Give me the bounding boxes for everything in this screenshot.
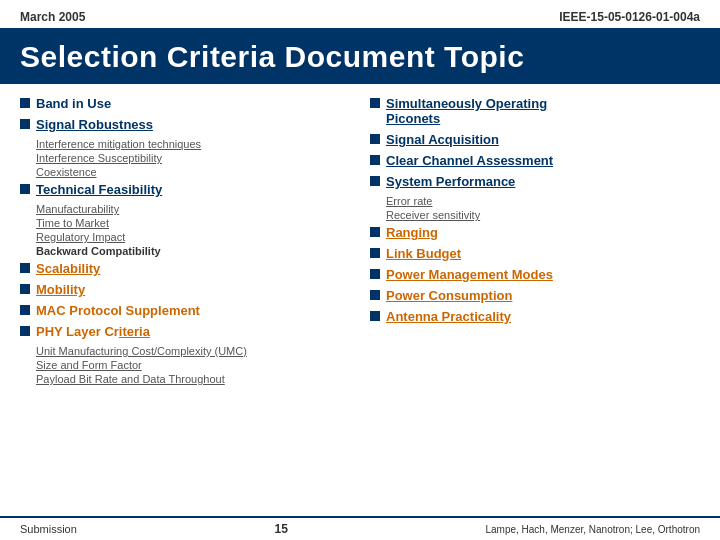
- footer-submission: Submission: [20, 523, 77, 535]
- item-label: Ranging: [386, 225, 438, 240]
- title-section: Selection Criteria Document Topic: [0, 30, 720, 84]
- list-item: Clear Channel Assessment: [370, 153, 700, 168]
- bullet-icon: [20, 284, 30, 294]
- antenna-practicality-label: Antenna Practicality: [386, 309, 511, 324]
- bullet-icon: [20, 326, 30, 336]
- sub-item: Interference mitigation techniques: [36, 138, 350, 150]
- bullet-icon: [20, 305, 30, 315]
- sub-item: Manufacturability: [36, 203, 350, 215]
- sub-item: Error rate: [386, 195, 700, 207]
- list-item: Simultaneously OperatingPiconets: [370, 96, 700, 126]
- bullet-icon: [370, 176, 380, 186]
- bullet-icon: [370, 98, 380, 108]
- list-item: Power Consumption: [370, 288, 700, 303]
- receiver-sensitivity-label: Receiver sensitivity: [386, 209, 700, 221]
- list-item: Band in Use: [20, 96, 350, 111]
- list-item: Antenna Practicality: [370, 309, 700, 324]
- list-item: Link Budget: [370, 246, 700, 261]
- item-label: Band in Use: [36, 96, 111, 111]
- bullet-icon: [20, 263, 30, 273]
- footer: Submission 15 Lampe, Hach, Menzer, Nanot…: [0, 516, 720, 540]
- item-label: Signal Acquisition: [386, 132, 499, 147]
- bullet-icon: [370, 248, 380, 258]
- bullet-icon: [370, 269, 380, 279]
- sub-item-bold: Backward Compatibility: [36, 245, 350, 257]
- footer-page-number: 15: [274, 522, 287, 536]
- sub-item: Time to Market: [36, 217, 350, 229]
- header-doc-id: IEEE-15-05-0126-01-004a: [559, 10, 700, 24]
- sub-item: Interference Susceptibility: [36, 152, 350, 164]
- bullet-icon: [20, 184, 30, 194]
- item-label: Link Budget: [386, 246, 461, 261]
- bullet-icon: [370, 134, 380, 144]
- sub-item: Coexistence: [36, 166, 350, 178]
- header: March 2005 IEEE-15-05-0126-01-004a: [0, 0, 720, 30]
- item-label: Scalability: [36, 261, 100, 276]
- item-label: Signal Robustness: [36, 117, 153, 132]
- sub-item: Regulatory Impact: [36, 231, 350, 243]
- list-item: Power Management Modes: [370, 267, 700, 282]
- content-area: Band in Use Signal Robustness Interferen…: [0, 96, 720, 387]
- list-item: PHY Layer Criteria: [20, 324, 350, 339]
- list-item: Technical Feasibility: [20, 182, 350, 197]
- list-item: Signal Acquisition: [370, 132, 700, 147]
- page-title: Selection Criteria Document Topic: [20, 40, 524, 73]
- left-column: Band in Use Signal Robustness Interferen…: [20, 96, 350, 387]
- item-label: PHY Layer Criteria: [36, 324, 150, 339]
- bullet-icon: [20, 119, 30, 129]
- item-label: Mobility: [36, 282, 85, 297]
- right-column: Simultaneously OperatingPiconets Signal …: [370, 96, 700, 387]
- bullet-icon: [370, 155, 380, 165]
- item-label: Power Consumption: [386, 288, 512, 303]
- item-label: Power Management Modes: [386, 267, 553, 282]
- sub-item: Payload Bit Rate and Data Throughout: [36, 373, 350, 385]
- sub-item: Size and Form Factor: [36, 359, 350, 371]
- item-label: MAC Protocol Supplement: [36, 303, 200, 318]
- header-date: March 2005: [20, 10, 85, 24]
- item-label: Simultaneously OperatingPiconets: [386, 96, 547, 126]
- sub-item: Unit Manufacturing Cost/Complexity (UMC): [36, 345, 350, 357]
- slide: March 2005 IEEE-15-05-0126-01-004a Selec…: [0, 0, 720, 540]
- bullet-icon: [370, 227, 380, 237]
- list-item: Signal Robustness: [20, 117, 350, 132]
- bullet-icon: [370, 290, 380, 300]
- bullet-icon: [370, 311, 380, 321]
- clear-channel-assessment-label: Clear Channel Assessment: [386, 153, 553, 168]
- list-item: Ranging: [370, 225, 700, 240]
- footer-authors: Lampe, Hach, Menzer, Nanotron; Lee, Orth…: [485, 524, 700, 535]
- item-label: Technical Feasibility: [36, 182, 162, 197]
- list-item: System Performance: [370, 174, 700, 189]
- list-item: MAC Protocol Supplement: [20, 303, 350, 318]
- item-label: System Performance: [386, 174, 515, 189]
- list-item: Scalability: [20, 261, 350, 276]
- bullet-icon: [20, 98, 30, 108]
- list-item: Mobility: [20, 282, 350, 297]
